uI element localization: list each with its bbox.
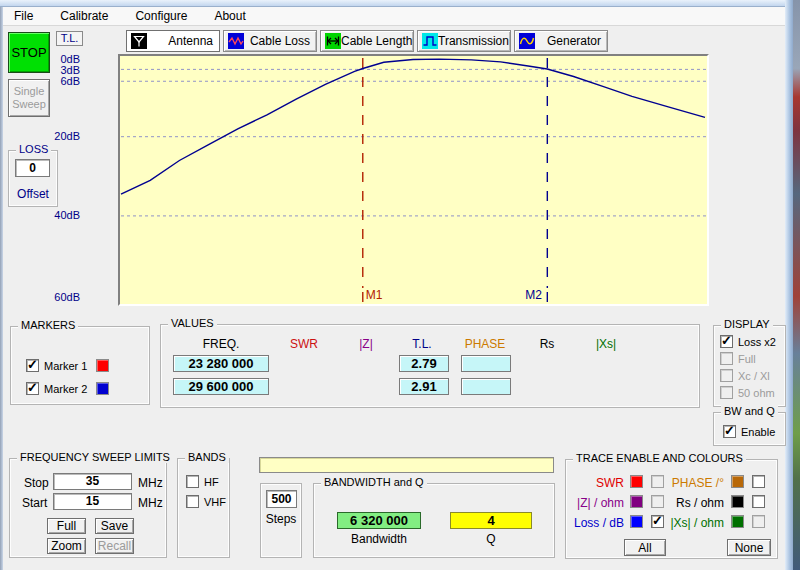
xc-xl-label: Xc / Xl: [738, 370, 770, 382]
z-trace-swatch[interactable]: [630, 495, 643, 508]
loss-trace-swatch[interactable]: [630, 515, 643, 528]
start-unit-label: MHz: [138, 496, 163, 510]
start-freq-input[interactable]: 15: [53, 493, 132, 510]
marker2-checkbox[interactable]: [26, 382, 39, 395]
phase-trace-swatch[interactable]: [731, 475, 744, 488]
window-border-right: [785, 0, 793, 570]
marker1-tl-value: 2.79: [399, 355, 449, 372]
trace-none-button[interactable]: None: [727, 539, 771, 556]
sweep-limits-title: FREQUENCY SWEEP LIMITS: [17, 451, 173, 463]
z-trace-checkbox[interactable]: [651, 495, 664, 508]
generator-icon: [519, 33, 535, 49]
window-border-left: [0, 7, 3, 570]
mode-toolbar: Antenna Cable Loss Cable Length: [126, 29, 618, 53]
loss-offset-label: Offset: [9, 187, 57, 201]
hf-band-label: HF: [204, 476, 219, 488]
sweep-chart[interactable]: M1M2: [118, 54, 709, 306]
loss-x2-checkbox[interactable]: [720, 335, 733, 348]
marker2-color-swatch[interactable]: [96, 382, 109, 395]
save-sweep-button[interactable]: Save: [95, 518, 134, 534]
start-label: Start: [22, 496, 47, 510]
antenna-icon: [131, 33, 147, 49]
phase-trace-checkbox[interactable]: [752, 475, 765, 488]
stop-unit-label: MHz: [138, 476, 163, 490]
z-trace-label: |Z| / ohm: [568, 496, 624, 510]
hf-band-checkbox[interactable]: [186, 475, 199, 488]
rs-trace-checkbox[interactable]: [752, 495, 765, 508]
xc-xl-checkbox[interactable]: [720, 369, 733, 382]
values-header-freq: FREQ.: [191, 337, 251, 351]
swr-trace-checkbox[interactable]: [651, 475, 664, 488]
stop-freq-input[interactable]: 35: [53, 473, 132, 490]
rs-trace-swatch[interactable]: [731, 495, 744, 508]
full-sweep-button[interactable]: Full: [47, 518, 86, 534]
marker1-phase-value: [461, 355, 511, 372]
xs-trace-checkbox[interactable]: [752, 515, 765, 528]
toolbar-label: Cable Length: [341, 34, 414, 48]
full-display-checkbox[interactable]: [720, 352, 733, 365]
antenna-mode-button[interactable]: Antenna: [126, 30, 220, 52]
swr-trace-label: SWR: [568, 476, 624, 490]
q-value: 4: [450, 512, 532, 529]
cable-length-icon: [325, 33, 341, 49]
steps-panel: 500 Steps: [260, 483, 302, 558]
steps-input[interactable]: 500: [266, 490, 297, 508]
marker1-checkbox[interactable]: [26, 359, 39, 372]
transmission-mode-button[interactable]: Transmission: [417, 30, 511, 52]
recall-sweep-button[interactable]: Recall: [95, 538, 134, 554]
menu-calibrate[interactable]: Calibrate: [57, 8, 111, 24]
cable-loss-mode-button[interactable]: Cable Loss: [223, 30, 317, 52]
display-group-title: DISPLAY: [721, 318, 773, 330]
bands-group: BANDS HF VHF: [177, 458, 230, 558]
bwq-enable-label: Enable: [741, 426, 775, 438]
loss-offset-input[interactable]: 0: [15, 159, 50, 177]
marker2-label: Marker 2: [44, 383, 87, 395]
bwq-group: BW and Q Enable: [713, 412, 786, 446]
bandwidth-label: Bandwidth: [337, 532, 421, 546]
loss-group-title: LOSS: [16, 143, 51, 155]
trace-all-button[interactable]: All: [624, 539, 666, 556]
menu-about[interactable]: About: [211, 8, 248, 24]
loss-x2-label: Loss x2: [738, 336, 776, 348]
steps-label: Steps: [261, 512, 301, 526]
values-group: VALUES FREQ. SWR |Z| T.L. PHASE Rs |Xs| …: [160, 324, 700, 408]
toolbar-label: Antenna: [147, 34, 215, 48]
marker1-freq-value: 23 280 000: [173, 355, 269, 372]
q-label: Q: [450, 532, 532, 546]
menu-file[interactable]: File: [11, 8, 36, 24]
sweep-limits-group: FREQUENCY SWEEP LIMITS Stop 35 MHz Start…: [9, 458, 167, 558]
menu-bar: File Calibrate Configure About: [3, 7, 785, 26]
axis-tick-60db: 60dB: [44, 291, 80, 303]
cable-length-mode-button[interactable]: Cable Length: [320, 30, 414, 52]
trace-group: TRACE ENABLE AND COLOURS SWR PHASE /° |Z…: [565, 459, 778, 559]
values-group-title: VALUES: [168, 317, 217, 329]
fifty-ohm-label: 50 ohm: [738, 387, 775, 399]
loss-group: LOSS 0 Offset: [8, 150, 58, 207]
axis-tick-40db: 40dB: [44, 209, 80, 221]
menu-configure[interactable]: Configure: [132, 8, 190, 24]
rs-trace-label: Rs / ohm: [667, 496, 724, 510]
loss-trace-plot[interactable]: M1M2: [120, 56, 707, 304]
xs-trace-swatch[interactable]: [731, 515, 744, 528]
trace-group-title: TRACE ENABLE AND COLOURS: [573, 452, 746, 464]
marker2-tl-value: 2.91: [399, 378, 449, 395]
bwq-group-title: BW and Q: [721, 405, 778, 417]
bandwidth-q-title: BANDWIDTH and Q: [321, 476, 427, 488]
marker1-color-swatch[interactable]: [96, 359, 109, 372]
zoom-sweep-button[interactable]: Zoom: [47, 538, 86, 554]
marker2-phase-value: [461, 378, 511, 395]
stop-label: Stop: [24, 476, 49, 490]
loss-trace-checkbox[interactable]: [651, 515, 664, 528]
fifty-ohm-checkbox[interactable]: [720, 386, 733, 399]
status-strip: [259, 457, 554, 473]
generator-mode-button[interactable]: Generator: [514, 30, 608, 52]
values-header-rs: Rs: [517, 337, 577, 351]
loss-trace-label: Loss / dB: [568, 516, 624, 530]
swr-trace-swatch[interactable]: [630, 475, 643, 488]
bwq-enable-checkbox[interactable]: [723, 425, 736, 438]
vhf-band-checkbox[interactable]: [186, 495, 199, 508]
marker1-label: Marker 1: [44, 360, 87, 372]
marker2-freq-value: 29 600 000: [173, 378, 269, 395]
values-header-swr: SWR: [274, 337, 334, 351]
markers-group: MARKERS Marker 1 Marker 2: [10, 326, 150, 405]
